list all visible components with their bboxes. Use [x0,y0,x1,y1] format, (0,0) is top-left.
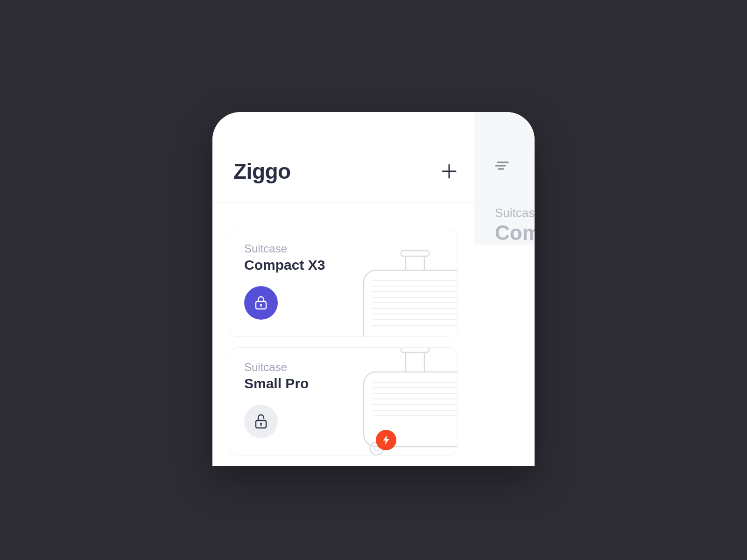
add-button[interactable] [441,163,458,180]
unlock-button[interactable] [244,405,278,438]
alert-badge [376,430,396,450]
phone-content: Ziggo Suitcase Compact X3 [212,112,535,466]
detail-name: Com [495,221,535,245]
lock-button[interactable] [244,286,278,320]
suitcase-card[interactable]: Suitcase Compact X3 [229,229,458,337]
main-pane: Ziggo Suitcase Compact X3 [212,112,474,466]
svg-rect-5 [401,251,429,256]
unlock-icon [255,414,267,429]
card-list: Suitcase Compact X3 [212,203,474,455]
detail-pane[interactable]: Suitcase Com [474,112,535,245]
plus-icon [441,163,457,179]
suitcase-card[interactable]: Suitcase Small Pro [229,347,458,455]
app-title: Ziggo [233,159,441,184]
menu-icon [495,161,510,170]
detail-category: Suitcase [495,206,535,220]
menu-button[interactable] [495,161,535,172]
svg-rect-21 [401,347,429,352]
bolt-icon [382,435,390,445]
suitcase-illustration [354,248,458,337]
suitcase-illustration [354,347,458,455]
phone-frame: Ziggo Suitcase Compact X3 [212,112,535,466]
lock-icon [255,296,267,310]
header: Ziggo [212,112,474,203]
